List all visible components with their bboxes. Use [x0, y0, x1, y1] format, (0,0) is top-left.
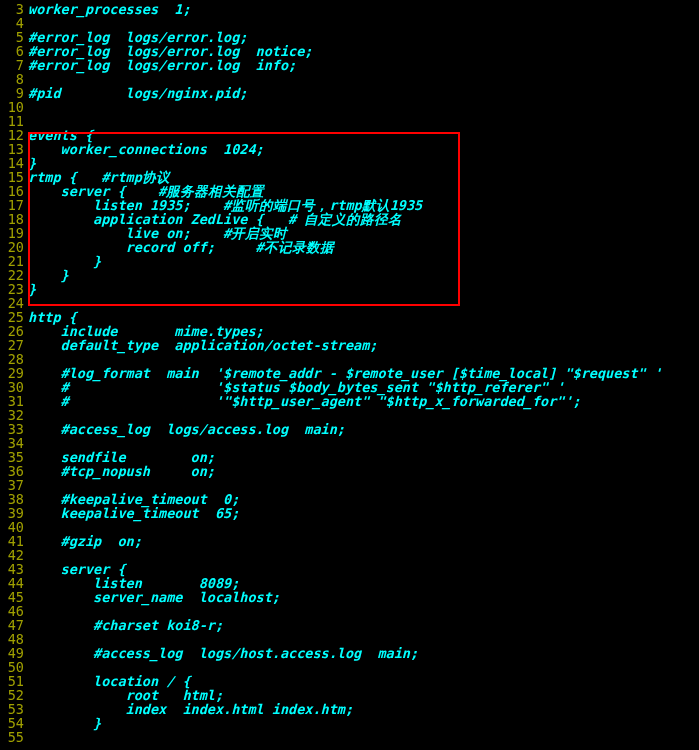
code-line[interactable]: 32 [0, 408, 699, 422]
code-line[interactable]: 3worker_processes 1; [0, 2, 699, 16]
code-line[interactable]: 7#error_log logs/error.log info; [0, 58, 699, 72]
code-text[interactable]: sendfile on; [28, 450, 215, 464]
code-line[interactable]: 5#error_log logs/error.log; [0, 30, 699, 44]
code-text[interactable]: application ZedLive { # 自定义的路径名 [28, 212, 402, 226]
code-line[interactable]: 27 default_type application/octet-stream… [0, 338, 699, 352]
code-text[interactable]: } [28, 268, 69, 282]
code-text[interactable]: #error_log logs/error.log; [28, 30, 247, 44]
code-line[interactable]: 48 [0, 632, 699, 646]
line-number: 8 [0, 72, 28, 86]
code-text[interactable]: } [28, 716, 101, 730]
code-line[interactable]: 46 [0, 604, 699, 618]
code-text[interactable]: worker_processes 1; [28, 2, 191, 16]
line-number: 34 [0, 436, 28, 450]
code-line[interactable]: 12events { [0, 128, 699, 142]
code-line[interactable]: 35 sendfile on; [0, 450, 699, 464]
code-line[interactable]: 22 } [0, 268, 699, 282]
line-number: 29 [0, 366, 28, 380]
code-text[interactable]: server { #服务器相关配置 [28, 184, 264, 198]
code-line[interactable]: 36 #tcp_nopush on; [0, 464, 699, 478]
code-line[interactable]: 24 [0, 296, 699, 310]
code-line[interactable]: 53 index index.html index.htm; [0, 702, 699, 716]
code-text[interactable]: #keepalive_timeout 0; [28, 492, 239, 506]
code-text[interactable]: location / { [28, 674, 191, 688]
code-line[interactable]: 37 [0, 478, 699, 492]
code-text[interactable]: #tcp_nopush on; [28, 464, 215, 478]
code-text[interactable]: listen 1935; #监听的端口号，rtmp默认1935 [28, 198, 422, 212]
code-text[interactable]: #access_log logs/host.access.log main; [28, 646, 418, 660]
code-text[interactable]: server_name localhost; [28, 590, 280, 604]
code-line[interactable]: 25http { [0, 310, 699, 324]
code-line[interactable]: 54 } [0, 716, 699, 730]
code-text[interactable]: #charset koi8-r; [28, 618, 223, 632]
code-text[interactable]: rtmp { #rtmp协议 [28, 170, 170, 184]
code-line[interactable]: 21 } [0, 254, 699, 268]
code-text[interactable]: #gzip on; [28, 534, 142, 548]
code-line[interactable]: 13 worker_connections 1024; [0, 142, 699, 156]
code-line[interactable]: 41 #gzip on; [0, 534, 699, 548]
code-line[interactable]: 16 server { #服务器相关配置 [0, 184, 699, 198]
code-text[interactable]: #log_format main '$remote_addr - $remote… [28, 366, 662, 380]
code-line[interactable]: 15rtmp { #rtmp协议 [0, 170, 699, 184]
code-line[interactable]: 11 [0, 114, 699, 128]
code-line[interactable]: 6#error_log logs/error.log notice; [0, 44, 699, 58]
code-line[interactable]: 45 server_name localhost; [0, 590, 699, 604]
code-text[interactable]: record off; #不记录数据 [28, 240, 334, 254]
code-line[interactable]: 40 [0, 520, 699, 534]
code-line[interactable]: 43 server { [0, 562, 699, 576]
code-line[interactable]: 31 # '"$http_user_agent" "$http_x_forwar… [0, 394, 699, 408]
line-number: 25 [0, 310, 28, 324]
line-number: 10 [0, 100, 28, 114]
code-line[interactable]: 50 [0, 660, 699, 674]
code-line[interactable]: 51 location / { [0, 674, 699, 688]
code-text[interactable]: worker_connections 1024; [28, 142, 264, 156]
code-text[interactable]: } [28, 282, 36, 296]
code-text[interactable]: #access_log logs/access.log main; [28, 422, 345, 436]
code-text[interactable]: } [28, 254, 101, 268]
line-number: 46 [0, 604, 28, 618]
code-line[interactable]: 9#pid logs/nginx.pid; [0, 86, 699, 100]
code-line[interactable]: 42 [0, 548, 699, 562]
code-line[interactable]: 29 #log_format main '$remote_addr - $rem… [0, 366, 699, 380]
code-line[interactable]: 8 [0, 72, 699, 86]
code-line[interactable]: 28 [0, 352, 699, 366]
code-line[interactable]: 34 [0, 436, 699, 450]
code-line[interactable]: 30 # '$status $body_bytes_sent "$http_re… [0, 380, 699, 394]
code-line[interactable]: 47 #charset koi8-r; [0, 618, 699, 632]
line-number: 11 [0, 114, 28, 128]
code-line[interactable]: 39 keepalive_timeout 65; [0, 506, 699, 520]
code-text[interactable]: events { [28, 128, 93, 142]
code-line[interactable]: 44 listen 8089; [0, 576, 699, 590]
code-text[interactable]: # '"$http_user_agent" "$http_x_forwarded… [28, 394, 581, 408]
code-editor[interactable]: 3worker_processes 1;45#error_log logs/er… [0, 0, 699, 744]
code-line[interactable]: 4 [0, 16, 699, 30]
code-line[interactable]: 26 include mime.types; [0, 324, 699, 338]
code-text[interactable]: keepalive_timeout 65; [28, 506, 239, 520]
code-line[interactable]: 55 [0, 730, 699, 744]
code-line[interactable]: 17 listen 1935; #监听的端口号，rtmp默认1935 [0, 198, 699, 212]
code-text[interactable]: #error_log logs/error.log info; [28, 58, 296, 72]
code-line[interactable]: 52 root html; [0, 688, 699, 702]
code-line[interactable]: 19 live on; #开启实时 [0, 226, 699, 240]
code-line[interactable]: 18 application ZedLive { # 自定义的路径名 [0, 212, 699, 226]
code-text[interactable]: #pid logs/nginx.pid; [28, 86, 247, 100]
code-line[interactable]: 10 [0, 100, 699, 114]
code-text[interactable]: # '$status $body_bytes_sent "$http_refer… [28, 380, 564, 394]
code-text[interactable]: listen 8089; [28, 576, 239, 590]
code-line[interactable]: 14} [0, 156, 699, 170]
code-text[interactable]: http { [28, 310, 77, 324]
code-text[interactable]: server { [28, 562, 126, 576]
code-text[interactable]: include mime.types; [28, 324, 264, 338]
code-text[interactable]: default_type application/octet-stream; [28, 338, 378, 352]
code-line[interactable]: 20 record off; #不记录数据 [0, 240, 699, 254]
code-text[interactable]: #error_log logs/error.log notice; [28, 44, 312, 58]
line-number: 37 [0, 478, 28, 492]
code-text[interactable]: live on; #开启实时 [28, 226, 287, 240]
code-text[interactable]: index index.html index.htm; [28, 702, 353, 716]
code-text[interactable]: } [28, 156, 36, 170]
code-line[interactable]: 33 #access_log logs/access.log main; [0, 422, 699, 436]
code-text[interactable]: root html; [28, 688, 223, 702]
code-line[interactable]: 23} [0, 282, 699, 296]
code-line[interactable]: 49 #access_log logs/host.access.log main… [0, 646, 699, 660]
code-line[interactable]: 38 #keepalive_timeout 0; [0, 492, 699, 506]
